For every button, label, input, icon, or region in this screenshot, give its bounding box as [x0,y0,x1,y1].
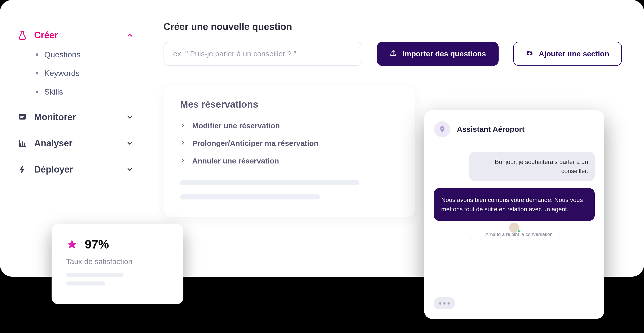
sidebar-subnav: Questions Keywords Skills [13,45,138,101]
chat-message-user: Bonjour, je souhaiterais parler à un con… [469,152,595,181]
chevron-down-icon [126,140,133,147]
sidebar-item-monitorer[interactable]: Monitorer [13,107,138,127]
button-label: Importer des questions [403,50,486,58]
list-item-label: Modifier une réservation [192,121,280,130]
skeleton-line [66,281,105,285]
sidebar-subitem-label: Keywords [44,69,80,78]
typing-dot-icon [443,302,446,305]
flask-icon [18,30,27,40]
satisfaction-label: Taux de satisfaction [66,257,169,266]
chevron-right-icon [180,140,186,147]
chevron-right-icon [180,122,186,129]
sidebar-subitem-skills[interactable]: Skills [36,82,138,101]
button-label: Ajouter une section [539,50,609,58]
satisfaction-card: 97% Taux de satisfaction [52,224,183,304]
svg-rect-10 [528,53,531,54]
list-item[interactable]: Annuler une réservation [180,152,398,170]
typing-dot-icon [448,302,450,305]
reservations-card: Mes réservations Modifier une réservatio… [164,86,415,217]
svg-rect-2 [20,117,23,118]
sidebar-item-label: Créer [34,30,119,40]
sidebar-subitem-label: Skills [44,87,63,97]
import-questions-button[interactable]: Importer des questions [377,42,499,66]
chat-widget: Assistant Aéroport Bonjour, je souhaiter… [424,110,604,319]
skeleton-line [66,273,124,277]
satisfaction-value: 97% [85,237,109,251]
chart-icon [18,139,27,148]
page-title: Créer une nouvelle question [164,21,629,32]
list-item-label: Annuler une réservation [192,157,279,165]
bullet-icon [36,53,38,56]
skeleton-line [180,180,359,185]
chat-header: Assistant Aéroport [432,120,596,144]
chevron-down-icon [126,114,133,121]
sidebar-item-creer[interactable]: Créer [13,25,138,45]
chevron-down-icon [126,166,133,173]
bullet-icon [36,72,38,74]
typing-dot-icon [439,302,441,305]
svg-rect-0 [19,114,26,119]
svg-rect-1 [20,116,24,117]
list-item-label: Prolonger/Anticiper ma réservation [192,139,318,148]
sidebar-item-deployer[interactable]: Déployer [13,159,138,180]
skeleton-line [180,194,320,199]
sidebar-item-analyser[interactable]: Analyser [13,133,138,153]
sidebar-subitem-keywords[interactable]: Keywords [36,64,138,82]
sidebar: Créer Questions Keywords Skills [13,25,138,180]
bullet-icon [36,91,38,93]
chat-body: Bonjour, je souhaiterais parler à un con… [432,144,596,312]
list-item[interactable]: Modifier une réservation [180,117,398,135]
toolbar: Importer des questions Ajouter une secti… [164,42,629,66]
chat-title: Assistant Aéroport [457,125,525,134]
sidebar-subitem-label: Questions [44,50,80,59]
bolt-icon [18,165,27,174]
card-title: Mes réservations [180,99,398,110]
chevron-up-icon [126,32,133,39]
chat-system-joined: Arnaud a rejoint la conversation [470,228,558,241]
sidebar-subitem-questions[interactable]: Questions [36,45,138,64]
assistant-avatar [434,121,450,137]
message-icon [18,112,27,122]
chat-message-bot: Nous avons bien compris votre demande. N… [434,188,595,221]
question-input[interactable] [164,42,362,66]
sidebar-item-label: Déployer [34,164,119,175]
sidebar-item-label: Analyser [34,138,119,149]
typing-indicator [434,297,455,309]
sidebar-item-label: Monitorer [34,112,119,122]
list-item[interactable]: Prolonger/Anticiper ma réservation [180,135,398,152]
add-section-button[interactable]: Ajouter une section [513,42,622,66]
chevron-right-icon [180,158,186,164]
upload-icon [389,49,397,59]
folder-plus-icon [526,49,533,59]
star-icon [66,239,78,250]
